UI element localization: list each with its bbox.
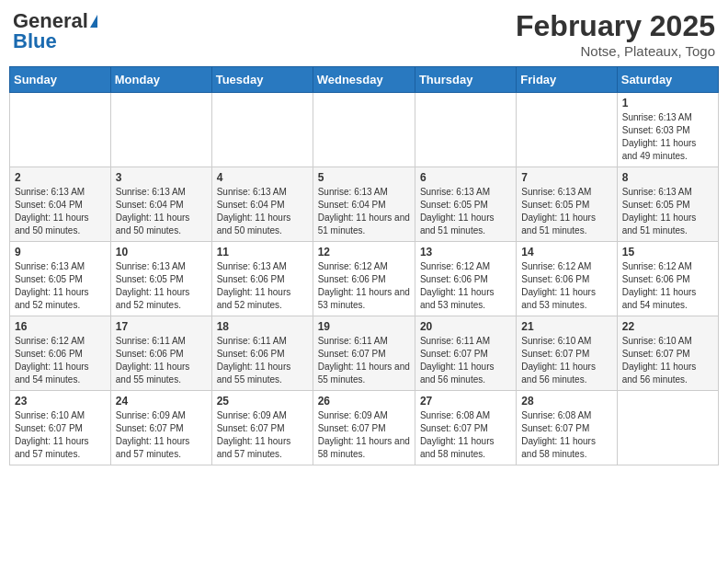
day-number: 8 bbox=[622, 171, 713, 184]
day-number: 4 bbox=[217, 171, 308, 184]
page-header: General Blue February 2025 Notse, Platea… bbox=[9, 9, 719, 59]
table-row: 13Sunrise: 6:12 AM Sunset: 6:06 PM Dayli… bbox=[415, 242, 516, 316]
calendar-week-row: 9Sunrise: 6:13 AM Sunset: 6:05 PM Daylig… bbox=[10, 242, 719, 316]
table-row: 8Sunrise: 6:13 AM Sunset: 6:05 PM Daylig… bbox=[617, 167, 718, 242]
table-row bbox=[313, 93, 415, 167]
logo-triangle-icon bbox=[90, 15, 97, 28]
day-info: Sunrise: 6:09 AM Sunset: 6:07 PM Dayligh… bbox=[318, 409, 410, 461]
day-info: Sunrise: 6:13 AM Sunset: 6:05 PM Dayligh… bbox=[15, 260, 106, 312]
day-number: 23 bbox=[15, 395, 106, 408]
title-block: February 2025 Notse, Plateaux, Togo bbox=[516, 9, 715, 59]
day-number: 24 bbox=[116, 395, 207, 408]
day-number: 11 bbox=[217, 246, 308, 259]
day-number: 17 bbox=[116, 320, 207, 333]
day-number: 21 bbox=[521, 320, 611, 333]
day-info: Sunrise: 6:13 AM Sunset: 6:04 PM Dayligh… bbox=[318, 186, 410, 237]
day-info: Sunrise: 6:13 AM Sunset: 6:06 PM Dayligh… bbox=[217, 260, 308, 312]
day-info: Sunrise: 6:13 AM Sunset: 6:05 PM Dayligh… bbox=[116, 260, 207, 312]
day-info: Sunrise: 6:10 AM Sunset: 6:07 PM Dayligh… bbox=[15, 409, 106, 461]
day-number: 18 bbox=[217, 320, 308, 333]
day-info: Sunrise: 6:08 AM Sunset: 6:07 PM Dayligh… bbox=[521, 409, 611, 461]
day-number: 15 bbox=[622, 246, 713, 259]
day-info: Sunrise: 6:08 AM Sunset: 6:07 PM Dayligh… bbox=[420, 409, 511, 461]
table-row: 23Sunrise: 6:10 AM Sunset: 6:07 PM Dayli… bbox=[10, 391, 111, 465]
table-row: 19Sunrise: 6:11 AM Sunset: 6:07 PM Dayli… bbox=[313, 316, 415, 391]
table-row bbox=[10, 93, 111, 167]
day-number: 2 bbox=[15, 171, 106, 184]
table-row: 26Sunrise: 6:09 AM Sunset: 6:07 PM Dayli… bbox=[313, 391, 415, 465]
table-row: 22Sunrise: 6:10 AM Sunset: 6:07 PM Dayli… bbox=[617, 316, 718, 391]
day-info: Sunrise: 6:13 AM Sunset: 6:03 PM Dayligh… bbox=[622, 111, 713, 163]
day-number: 6 bbox=[420, 171, 511, 184]
table-row: 12Sunrise: 6:12 AM Sunset: 6:06 PM Dayli… bbox=[313, 242, 415, 316]
day-info: Sunrise: 6:09 AM Sunset: 6:07 PM Dayligh… bbox=[217, 409, 308, 461]
day-info: Sunrise: 6:13 AM Sunset: 6:04 PM Dayligh… bbox=[116, 186, 207, 237]
day-info: Sunrise: 6:13 AM Sunset: 6:05 PM Dayligh… bbox=[521, 186, 611, 237]
day-number: 25 bbox=[217, 395, 308, 408]
day-info: Sunrise: 6:12 AM Sunset: 6:06 PM Dayligh… bbox=[622, 260, 713, 312]
day-number: 19 bbox=[318, 320, 410, 333]
day-number: 27 bbox=[420, 395, 511, 408]
logo: General Blue bbox=[13, 9, 97, 53]
table-row bbox=[211, 93, 313, 167]
day-number: 26 bbox=[318, 395, 410, 408]
col-monday: Monday bbox=[110, 67, 211, 93]
day-number: 14 bbox=[521, 246, 611, 259]
day-number: 9 bbox=[15, 246, 106, 259]
table-row: 7Sunrise: 6:13 AM Sunset: 6:05 PM Daylig… bbox=[517, 167, 617, 242]
table-row: 2Sunrise: 6:13 AM Sunset: 6:04 PM Daylig… bbox=[10, 167, 111, 242]
day-number: 1 bbox=[622, 97, 713, 109]
location-subtitle: Notse, Plateaux, Togo bbox=[516, 43, 715, 59]
table-row: 27Sunrise: 6:08 AM Sunset: 6:07 PM Dayli… bbox=[415, 391, 516, 465]
col-sunday: Sunday bbox=[10, 67, 111, 93]
day-info: Sunrise: 6:11 AM Sunset: 6:07 PM Dayligh… bbox=[420, 335, 511, 386]
day-number: 22 bbox=[622, 320, 713, 333]
day-info: Sunrise: 6:13 AM Sunset: 6:04 PM Dayligh… bbox=[217, 186, 308, 237]
month-year-title: February 2025 bbox=[516, 9, 715, 43]
day-info: Sunrise: 6:12 AM Sunset: 6:06 PM Dayligh… bbox=[420, 260, 511, 312]
day-info: Sunrise: 6:13 AM Sunset: 6:05 PM Dayligh… bbox=[420, 186, 511, 237]
day-number: 13 bbox=[420, 246, 511, 259]
day-number: 5 bbox=[318, 171, 410, 184]
table-row: 6Sunrise: 6:13 AM Sunset: 6:05 PM Daylig… bbox=[415, 167, 516, 242]
table-row: 1Sunrise: 6:13 AM Sunset: 6:03 PM Daylig… bbox=[617, 93, 718, 167]
col-saturday: Saturday bbox=[617, 67, 718, 93]
table-row: 3Sunrise: 6:13 AM Sunset: 6:04 PM Daylig… bbox=[110, 167, 211, 242]
day-info: Sunrise: 6:13 AM Sunset: 6:05 PM Dayligh… bbox=[622, 186, 713, 237]
table-row: 9Sunrise: 6:13 AM Sunset: 6:05 PM Daylig… bbox=[10, 242, 111, 316]
day-info: Sunrise: 6:12 AM Sunset: 6:06 PM Dayligh… bbox=[521, 260, 611, 312]
table-row: 24Sunrise: 6:09 AM Sunset: 6:07 PM Dayli… bbox=[110, 391, 211, 465]
day-info: Sunrise: 6:11 AM Sunset: 6:07 PM Dayligh… bbox=[318, 335, 410, 386]
calendar-week-row: 1Sunrise: 6:13 AM Sunset: 6:03 PM Daylig… bbox=[10, 93, 719, 167]
table-row bbox=[110, 93, 211, 167]
calendar-table: Sunday Monday Tuesday Wednesday Thursday… bbox=[9, 66, 719, 465]
day-info: Sunrise: 6:13 AM Sunset: 6:04 PM Dayligh… bbox=[15, 186, 106, 237]
logo-blue: Blue bbox=[13, 29, 57, 53]
day-info: Sunrise: 6:12 AM Sunset: 6:06 PM Dayligh… bbox=[318, 260, 410, 312]
table-row: 20Sunrise: 6:11 AM Sunset: 6:07 PM Dayli… bbox=[415, 316, 516, 391]
day-info: Sunrise: 6:11 AM Sunset: 6:06 PM Dayligh… bbox=[217, 335, 308, 386]
table-row: 11Sunrise: 6:13 AM Sunset: 6:06 PM Dayli… bbox=[211, 242, 313, 316]
day-number: 16 bbox=[15, 320, 106, 333]
calendar-week-row: 23Sunrise: 6:10 AM Sunset: 6:07 PM Dayli… bbox=[10, 391, 719, 465]
col-tuesday: Tuesday bbox=[211, 67, 313, 93]
table-row: 5Sunrise: 6:13 AM Sunset: 6:04 PM Daylig… bbox=[313, 167, 415, 242]
day-number: 10 bbox=[116, 246, 207, 259]
col-wednesday: Wednesday bbox=[313, 67, 415, 93]
table-row: 28Sunrise: 6:08 AM Sunset: 6:07 PM Dayli… bbox=[517, 391, 617, 465]
day-info: Sunrise: 6:09 AM Sunset: 6:07 PM Dayligh… bbox=[116, 409, 207, 461]
table-row: 10Sunrise: 6:13 AM Sunset: 6:05 PM Dayli… bbox=[110, 242, 211, 316]
table-row: 18Sunrise: 6:11 AM Sunset: 6:06 PM Dayli… bbox=[211, 316, 313, 391]
table-row bbox=[517, 93, 617, 167]
day-info: Sunrise: 6:12 AM Sunset: 6:06 PM Dayligh… bbox=[15, 335, 106, 386]
day-info: Sunrise: 6:10 AM Sunset: 6:07 PM Dayligh… bbox=[521, 335, 611, 386]
day-number: 7 bbox=[521, 171, 611, 184]
calendar-header-row: Sunday Monday Tuesday Wednesday Thursday… bbox=[10, 67, 719, 93]
table-row: 14Sunrise: 6:12 AM Sunset: 6:06 PM Dayli… bbox=[517, 242, 617, 316]
calendar-week-row: 2Sunrise: 6:13 AM Sunset: 6:04 PM Daylig… bbox=[10, 167, 719, 242]
table-row: 4Sunrise: 6:13 AM Sunset: 6:04 PM Daylig… bbox=[211, 167, 313, 242]
day-info: Sunrise: 6:10 AM Sunset: 6:07 PM Dayligh… bbox=[622, 335, 713, 386]
day-number: 3 bbox=[116, 171, 207, 184]
calendar-week-row: 16Sunrise: 6:12 AM Sunset: 6:06 PM Dayli… bbox=[10, 316, 719, 391]
table-row: 21Sunrise: 6:10 AM Sunset: 6:07 PM Dayli… bbox=[517, 316, 617, 391]
